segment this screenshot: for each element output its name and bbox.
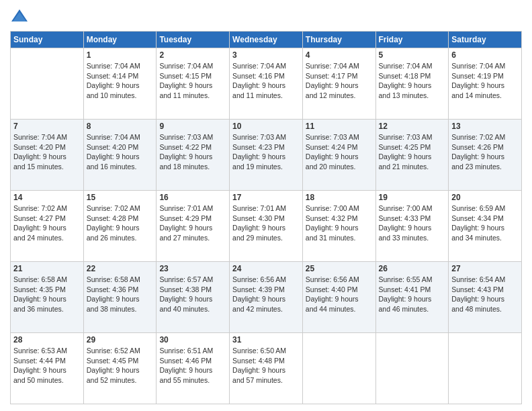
day-number: 7 <box>13 122 81 131</box>
day-number: 10 <box>232 122 300 131</box>
calendar-cell: 21Sunrise: 6:58 AMSunset: 4:35 PMDayligh… <box>11 262 84 333</box>
day-number: 18 <box>306 193 373 202</box>
day-number: 25 <box>306 264 373 273</box>
calendar-cell: 30Sunrise: 6:51 AMSunset: 4:46 PMDayligh… <box>157 333 230 404</box>
day-number: 15 <box>87 193 154 202</box>
calendar-cell: 12Sunrise: 7:03 AMSunset: 4:25 PMDayligh… <box>375 120 449 191</box>
day-number: 20 <box>451 193 519 202</box>
calendar-cell: 22Sunrise: 6:58 AMSunset: 4:36 PMDayligh… <box>83 262 157 333</box>
day-info: Sunrise: 7:02 AMSunset: 4:28 PMDaylight:… <box>87 203 154 243</box>
day-info: Sunrise: 7:03 AMSunset: 4:22 PMDaylight:… <box>159 132 226 172</box>
week-row-2: 7Sunrise: 7:04 AMSunset: 4:20 PMDaylight… <box>11 120 522 191</box>
day-info: Sunrise: 6:52 AMSunset: 4:45 PMDaylight:… <box>87 346 154 385</box>
day-number: 13 <box>451 122 519 131</box>
calendar-cell: 27Sunrise: 6:54 AMSunset: 4:43 PMDayligh… <box>449 262 522 333</box>
day-header-monday: Monday <box>83 32 157 48</box>
day-number: 30 <box>159 335 226 345</box>
day-number: 27 <box>451 264 519 273</box>
day-info: Sunrise: 6:58 AMSunset: 4:36 PMDaylight:… <box>87 275 154 314</box>
calendar-cell <box>375 333 449 404</box>
day-info: Sunrise: 7:04 AMSunset: 4:16 PMDaylight:… <box>232 61 300 101</box>
header <box>10 7 522 26</box>
day-number: 24 <box>232 264 300 273</box>
day-number: 8 <box>87 122 154 131</box>
day-info: Sunrise: 7:04 AMSunset: 4:15 PMDaylight:… <box>159 61 226 101</box>
day-number: 9 <box>159 122 226 131</box>
logo-icon <box>10 7 29 26</box>
calendar-cell: 17Sunrise: 7:01 AMSunset: 4:30 PMDayligh… <box>230 191 303 262</box>
week-row-1: 1Sunrise: 7:04 AMSunset: 4:14 PMDaylight… <box>11 48 522 120</box>
day-info: Sunrise: 6:50 AMSunset: 4:48 PMDaylight:… <box>232 346 300 385</box>
day-number: 21 <box>13 264 81 273</box>
calendar-cell: 1Sunrise: 7:04 AMSunset: 4:14 PMDaylight… <box>83 48 157 120</box>
day-info: Sunrise: 6:51 AMSunset: 4:46 PMDaylight:… <box>159 346 226 385</box>
day-info: Sunrise: 7:01 AMSunset: 4:30 PMDaylight:… <box>232 203 300 243</box>
day-info: Sunrise: 7:03 AMSunset: 4:24 PMDaylight:… <box>306 132 373 172</box>
week-row-3: 14Sunrise: 7:02 AMSunset: 4:27 PMDayligh… <box>11 191 522 262</box>
day-info: Sunrise: 6:53 AMSunset: 4:44 PMDaylight:… <box>13 346 81 385</box>
day-number: 19 <box>379 193 446 202</box>
week-row-4: 21Sunrise: 6:58 AMSunset: 4:35 PMDayligh… <box>11 262 522 333</box>
week-row-5: 28Sunrise: 6:53 AMSunset: 4:44 PMDayligh… <box>11 333 522 404</box>
calendar-table: SundayMondayTuesdayWednesdayThursdayFrid… <box>10 31 522 404</box>
day-header-wednesday: Wednesday <box>230 32 303 48</box>
day-number: 29 <box>87 335 154 345</box>
day-info: Sunrise: 7:00 AMSunset: 4:33 PMDaylight:… <box>379 203 446 243</box>
calendar-cell: 18Sunrise: 7:00 AMSunset: 4:32 PMDayligh… <box>302 191 375 262</box>
calendar-cell: 5Sunrise: 7:04 AMSunset: 4:18 PMDaylight… <box>375 48 449 120</box>
day-info: Sunrise: 7:04 AMSunset: 4:14 PMDaylight:… <box>87 61 154 101</box>
calendar-cell: 9Sunrise: 7:03 AMSunset: 4:22 PMDaylight… <box>157 120 230 191</box>
calendar-cell: 11Sunrise: 7:03 AMSunset: 4:24 PMDayligh… <box>302 120 375 191</box>
day-number: 4 <box>306 50 373 60</box>
day-info: Sunrise: 7:01 AMSunset: 4:29 PMDaylight:… <box>159 203 226 243</box>
calendar-cell: 23Sunrise: 6:57 AMSunset: 4:38 PMDayligh… <box>157 262 230 333</box>
calendar-cell: 16Sunrise: 7:01 AMSunset: 4:29 PMDayligh… <box>157 191 230 262</box>
calendar-cell: 13Sunrise: 7:02 AMSunset: 4:26 PMDayligh… <box>449 120 522 191</box>
calendar-cell: 15Sunrise: 7:02 AMSunset: 4:28 PMDayligh… <box>83 191 157 262</box>
day-info: Sunrise: 7:04 AMSunset: 4:20 PMDaylight:… <box>13 132 81 172</box>
calendar-cell: 31Sunrise: 6:50 AMSunset: 4:48 PMDayligh… <box>230 333 303 404</box>
day-number: 1 <box>87 50 154 60</box>
day-info: Sunrise: 7:04 AMSunset: 4:20 PMDaylight:… <box>87 132 154 172</box>
day-header-thursday: Thursday <box>302 32 375 48</box>
calendar-cell: 25Sunrise: 6:56 AMSunset: 4:40 PMDayligh… <box>302 262 375 333</box>
calendar-body: 1Sunrise: 7:04 AMSunset: 4:14 PMDaylight… <box>11 48 522 404</box>
calendar-cell <box>11 48 84 120</box>
day-info: Sunrise: 6:54 AMSunset: 4:43 PMDaylight:… <box>451 275 519 314</box>
page: SundayMondayTuesdayWednesdayThursdayFrid… <box>0 0 532 411</box>
day-number: 2 <box>159 50 226 60</box>
calendar-cell: 10Sunrise: 7:03 AMSunset: 4:23 PMDayligh… <box>230 120 303 191</box>
calendar-cell: 14Sunrise: 7:02 AMSunset: 4:27 PMDayligh… <box>11 191 84 262</box>
day-number: 16 <box>159 193 226 202</box>
day-info: Sunrise: 7:02 AMSunset: 4:26 PMDaylight:… <box>451 132 519 172</box>
day-header-saturday: Saturday <box>449 32 522 48</box>
calendar-cell: 29Sunrise: 6:52 AMSunset: 4:45 PMDayligh… <box>83 333 157 404</box>
calendar-cell: 20Sunrise: 6:59 AMSunset: 4:34 PMDayligh… <box>449 191 522 262</box>
calendar-cell <box>449 333 522 404</box>
day-info: Sunrise: 6:57 AMSunset: 4:38 PMDaylight:… <box>159 275 226 314</box>
calendar-cell: 28Sunrise: 6:53 AMSunset: 4:44 PMDayligh… <box>11 333 84 404</box>
day-number: 31 <box>232 335 300 345</box>
calendar-cell: 6Sunrise: 7:04 AMSunset: 4:19 PMDaylight… <box>449 48 522 120</box>
day-number: 26 <box>379 264 446 273</box>
day-number: 6 <box>451 50 519 60</box>
day-info: Sunrise: 7:03 AMSunset: 4:23 PMDaylight:… <box>232 132 300 172</box>
day-number: 23 <box>159 264 226 273</box>
day-info: Sunrise: 7:04 AMSunset: 4:19 PMDaylight:… <box>451 61 519 101</box>
day-number: 17 <box>232 193 300 202</box>
calendar-cell: 2Sunrise: 7:04 AMSunset: 4:15 PMDaylight… <box>157 48 230 120</box>
logo <box>10 7 32 26</box>
day-info: Sunrise: 7:04 AMSunset: 4:18 PMDaylight:… <box>379 61 446 101</box>
day-info: Sunrise: 7:00 AMSunset: 4:32 PMDaylight:… <box>306 203 373 243</box>
calendar-cell: 7Sunrise: 7:04 AMSunset: 4:20 PMDaylight… <box>11 120 84 191</box>
day-info: Sunrise: 6:58 AMSunset: 4:35 PMDaylight:… <box>13 275 81 314</box>
day-info: Sunrise: 7:03 AMSunset: 4:25 PMDaylight:… <box>379 132 446 172</box>
calendar-cell: 19Sunrise: 7:00 AMSunset: 4:33 PMDayligh… <box>375 191 449 262</box>
calendar-cell <box>302 333 375 404</box>
day-number: 3 <box>232 50 300 60</box>
calendar-cell: 26Sunrise: 6:55 AMSunset: 4:41 PMDayligh… <box>375 262 449 333</box>
day-header-sunday: Sunday <box>11 32 84 48</box>
day-number: 14 <box>13 193 81 202</box>
calendar-cell: 8Sunrise: 7:04 AMSunset: 4:20 PMDaylight… <box>83 120 157 191</box>
day-info: Sunrise: 6:56 AMSunset: 4:39 PMDaylight:… <box>232 275 300 314</box>
